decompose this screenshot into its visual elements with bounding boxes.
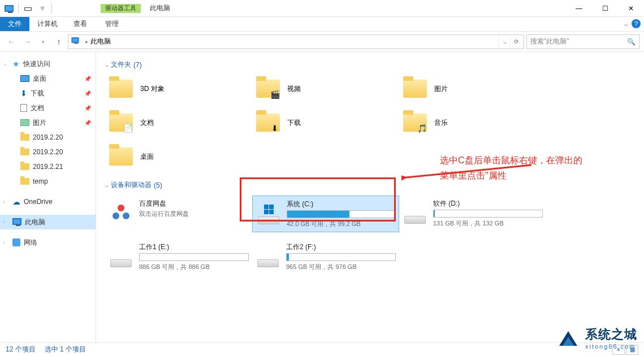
- svg-point-2: [123, 212, 129, 219]
- search-placeholder: 搜索"此电脑": [530, 37, 569, 46]
- back-button[interactable]: ←: [5, 35, 18, 49]
- address-dropdown-icon[interactable]: ⌵: [499, 35, 510, 49]
- ribbon-tab-manage[interactable]: 管理: [97, 17, 127, 31]
- folder-item[interactable]: ⬇下载: [252, 109, 399, 136]
- minimize-button[interactable]: —: [566, 0, 592, 17]
- folder-label: 图片: [434, 84, 448, 94]
- sidebar-quick-access[interactable]: ⌵ ★ 快速访问: [0, 57, 96, 71]
- expand-icon[interactable]: ›: [3, 240, 9, 245]
- sidebar-item-label: 2019.2.20: [33, 133, 63, 141]
- ribbon-tab-view[interactable]: 查看: [66, 17, 95, 31]
- folder-item[interactable]: 📄文档: [105, 109, 252, 136]
- desktop-icon: [20, 75, 29, 82]
- drive-name: 系统 (C:): [287, 199, 395, 209]
- window-controls: — ☐ ✕: [566, 0, 644, 17]
- collapse-icon: ⌵: [105, 182, 109, 188]
- sidebar-network[interactable]: › 网络: [0, 235, 96, 250]
- close-button[interactable]: ✕: [618, 0, 644, 17]
- sidebar-item-label: 2019.2.21: [33, 163, 63, 171]
- sidebar-quick-item[interactable]: 2019.2.20: [0, 130, 96, 145]
- status-item-count: 12 个项目: [6, 345, 36, 354]
- ribbon-tab-computer[interactable]: 计算机: [29, 17, 66, 31]
- folder-icon: [20, 149, 29, 155]
- group-header-folders[interactable]: ⌵ 文件夹 (7): [105, 60, 635, 70]
- folder-item[interactable]: 3D 对象: [105, 75, 252, 102]
- sidebar-item-label: 下载: [31, 89, 44, 98]
- ribbon-tabs: 文件 计算机 查看 管理 ⌵ ?: [0, 17, 644, 32]
- sidebar-quick-item[interactable]: ⬇下载📌: [0, 86, 96, 101]
- drive-subtext: 42.0 GB 可用，共 99.2 GB: [287, 220, 395, 228]
- drive-usage-bar: [433, 210, 543, 218]
- content-pane: ⌵ 文件夹 (7) 3D 对象🎬视频图片📄文档⬇下载🎵音乐桌面 ⌵ 设备和驱动器…: [96, 52, 644, 342]
- sidebar-quick-item[interactable]: 图片📌: [0, 115, 96, 130]
- pin-icon: 📌: [84, 76, 91, 82]
- sidebar-quick-item[interactable]: 文档📌: [0, 101, 96, 115]
- sidebar-onedrive[interactable]: › ☁ OneDrive: [0, 194, 96, 209]
- folder-item[interactable]: 🎵音乐: [399, 109, 546, 136]
- folder-icon: [107, 77, 135, 100]
- drive-name: 工作2 (F:): [286, 242, 396, 252]
- pc-icon: [12, 218, 21, 227]
- folder-icon: 🎵: [401, 111, 429, 134]
- expand-icon[interactable]: ›: [3, 219, 9, 225]
- drive-item[interactable]: 软件 (D:) 131 GB 可用，共 132 GB: [399, 196, 546, 232]
- navigation-pane: ⌵ ★ 快速访问 桌面📌⬇下载📌文档📌图片📌2019.2.202019.2.20…: [0, 52, 96, 342]
- folder-label: 桌面: [140, 152, 154, 162]
- search-box[interactable]: 搜索"此电脑" 🔍: [526, 34, 639, 49]
- search-icon[interactable]: 🔍: [627, 38, 636, 46]
- qat-properties-icon[interactable]: ▭: [21, 2, 34, 15]
- sidebar-item-label: temp: [33, 177, 48, 185]
- window-title: 此电脑: [150, 3, 170, 13]
- sidebar-item-label: 桌面: [33, 74, 46, 84]
- folder-item[interactable]: 桌面: [105, 143, 252, 170]
- doc-icon: [20, 104, 27, 112]
- help-icon[interactable]: ?: [632, 19, 641, 28]
- drive-item[interactable]: 系统 (C:) 42.0 GB 可用，共 99.2 GB: [252, 196, 399, 232]
- folder-label: 视频: [287, 84, 301, 94]
- drive-item[interactable]: 工作2 (F:) 965 GB 可用，共 976 GB: [252, 239, 399, 275]
- drive-item[interactable]: 百度网盘 双击运行百度网盘: [105, 196, 252, 232]
- folder-label: 音乐: [434, 118, 448, 128]
- folder-item[interactable]: 🎬视频: [252, 75, 399, 102]
- address-bar[interactable]: ▸ 此电脑 ⌵ ⟳: [68, 34, 524, 49]
- svg-point-0: [118, 205, 124, 211]
- qat-new-folder-icon[interactable]: ▾: [36, 2, 49, 15]
- folder-icon: 🎬: [254, 77, 282, 100]
- sidebar-quick-item[interactable]: 2019.2.21: [0, 159, 96, 174]
- sidebar-quick-item[interactable]: temp: [0, 174, 96, 189]
- watermark: 系统之城 xitong86.com: [556, 325, 637, 350]
- folder-label: 文档: [140, 118, 154, 128]
- address-pc-icon: [71, 37, 81, 47]
- sidebar-quick-item[interactable]: 桌面📌: [0, 71, 96, 86]
- forward-button[interactable]: →: [20, 35, 34, 49]
- status-selected-count: 选中 1 个项目: [45, 345, 86, 354]
- expand-icon[interactable]: ⌵: [3, 61, 9, 67]
- folder-icon: [401, 77, 429, 100]
- sidebar-quick-item[interactable]: 2019.2.20: [0, 145, 96, 159]
- expand-icon[interactable]: ›: [3, 199, 9, 205]
- drive-name: 百度网盘: [139, 199, 249, 209]
- folder-icon: ⬇: [254, 111, 282, 134]
- pin-icon: 📌: [84, 120, 91, 126]
- pic-icon: [20, 119, 29, 126]
- ribbon-expand-icon[interactable]: ⌵: [624, 20, 628, 28]
- title-bar: ▭ ▾ 驱动器工具 此电脑 — ☐ ✕: [0, 0, 644, 17]
- qat-icon-pc[interactable]: [2, 2, 16, 15]
- download-icon: ⬇: [20, 89, 27, 98]
- folder-item[interactable]: 图片: [399, 75, 546, 102]
- maximize-button[interactable]: ☐: [592, 0, 618, 17]
- drive-icon: [403, 199, 427, 224]
- up-button[interactable]: ↑: [52, 35, 66, 49]
- status-bar: 12 个项目 选中 1 个项目 ≡ ▦: [0, 342, 644, 356]
- refresh-icon[interactable]: ⟳: [510, 35, 521, 49]
- breadcrumb-root[interactable]: 此电脑: [90, 37, 111, 46]
- sidebar-this-pc[interactable]: › 此电脑: [0, 215, 96, 229]
- pin-icon: 📌: [84, 90, 91, 97]
- drive-item[interactable]: 工作1 (E:) 886 GB 可用，共 886 GB: [105, 239, 252, 275]
- watermark-url: xitong86.com: [585, 343, 637, 350]
- recent-locations-icon[interactable]: ▾: [36, 35, 50, 49]
- svg-point-1: [113, 212, 119, 219]
- ribbon-file-tab[interactable]: 文件: [0, 17, 29, 31]
- network-icon: [12, 238, 20, 246]
- drive-subtext: 131 GB 可用，共 132 GB: [433, 219, 543, 228]
